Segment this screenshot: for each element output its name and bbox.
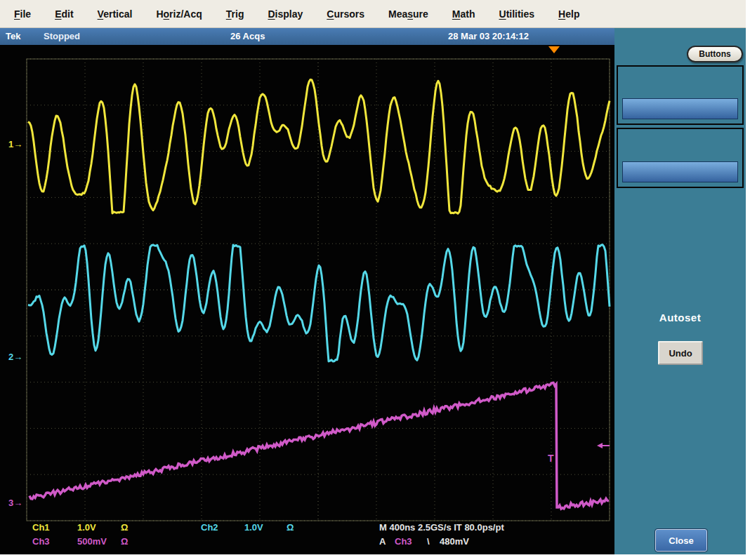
ch1-trace (28, 79, 610, 213)
ch3-position-marker[interactable]: 3→ (8, 498, 22, 508)
status-bar: Tek Stopped 26 Acqs 28 Mar 03 20:14:12 (0, 28, 614, 45)
trigger-mode: A (379, 536, 386, 547)
control-readout-box-1 (617, 65, 744, 125)
menu-bar: File Edit Vertical Horiz/Acq Trig Displa… (0, 0, 746, 28)
ch1-scale[interactable]: 1.0V (77, 522, 96, 533)
acquisition-count: 26 Acqs (230, 31, 265, 41)
ch3-label[interactable]: Ch3 (32, 536, 50, 547)
ch1-coupling: Ω (121, 522, 128, 533)
autoset-label: Autoset (614, 312, 746, 324)
trigger-slope-icon: \ (427, 536, 430, 547)
trigger-position-marker[interactable] (548, 46, 560, 53)
menu-math[interactable]: Math (452, 8, 475, 20)
ch1-position-marker[interactable]: 1→ (8, 139, 22, 149)
readout-row-2: Ch3 500mV Ω A Ch3 \ 480mV (0, 536, 614, 547)
acquisition-state: Stopped (44, 31, 80, 41)
ch3-scale[interactable]: 500mV (77, 536, 107, 547)
control-panel: Buttons Autoset Undo Close (614, 28, 746, 554)
ch2-trace (28, 245, 610, 361)
waveform-canvas: T1→2→3→ (0, 45, 614, 554)
menu-vertical[interactable]: Vertical (98, 8, 133, 20)
waveform-display: T1→2→3→ Ch1 1.0V Ω Ch2 1.0V Ω M 400ns 2.… (0, 45, 614, 554)
control-field-2[interactable] (622, 161, 738, 182)
datetime-readout: 28 Mar 03 20:14:12 (448, 31, 529, 41)
tek-logo: Tek (6, 31, 20, 41)
oscilloscope-screen: File Edit Vertical Horiz/Acq Trig Displa… (0, 0, 750, 560)
ch3-trace (29, 382, 609, 509)
control-readout-box-2 (617, 128, 744, 188)
menu-measure[interactable]: Measure (388, 8, 428, 20)
menu-display[interactable]: Display (268, 8, 303, 20)
ch2-label[interactable]: Ch2 (201, 522, 218, 533)
timebase-readout[interactable]: M 400ns 2.5GS/s IT 80.0ps/pt (379, 522, 504, 533)
menu-utilities[interactable]: Utilities (499, 8, 535, 20)
ch1-label[interactable]: Ch1 (32, 522, 50, 533)
ch2-position-marker[interactable]: 2→ (8, 352, 22, 362)
buttons-button[interactable]: Buttons (687, 46, 743, 62)
readout-row-1: Ch1 1.0V Ω Ch2 1.0V Ω M 400ns 2.5GS/s IT… (0, 522, 614, 533)
trigger-level-t-marker[interactable]: T (548, 453, 554, 464)
trigger-source[interactable]: Ch3 (395, 536, 412, 547)
menu-trig[interactable]: Trig (226, 8, 244, 20)
ch2-coupling: Ω (287, 522, 294, 533)
control-field-1[interactable] (622, 98, 738, 119)
menu-help[interactable]: Help (558, 8, 579, 20)
trigger-level-arrowhead (597, 443, 603, 448)
undo-button[interactable]: Undo (658, 341, 703, 365)
menu-edit[interactable]: Edit (55, 8, 73, 20)
menu-horiz-acq[interactable]: Horiz/Acq (156, 8, 202, 20)
close-button[interactable]: Close (655, 529, 707, 552)
menu-file[interactable]: File (14, 8, 31, 20)
trigger-level-readout[interactable]: 480mV (440, 536, 469, 547)
ch3-coupling: Ω (121, 536, 128, 547)
ch2-scale[interactable]: 1.0V (244, 522, 263, 533)
menu-cursors[interactable]: Cursors (327, 8, 364, 20)
